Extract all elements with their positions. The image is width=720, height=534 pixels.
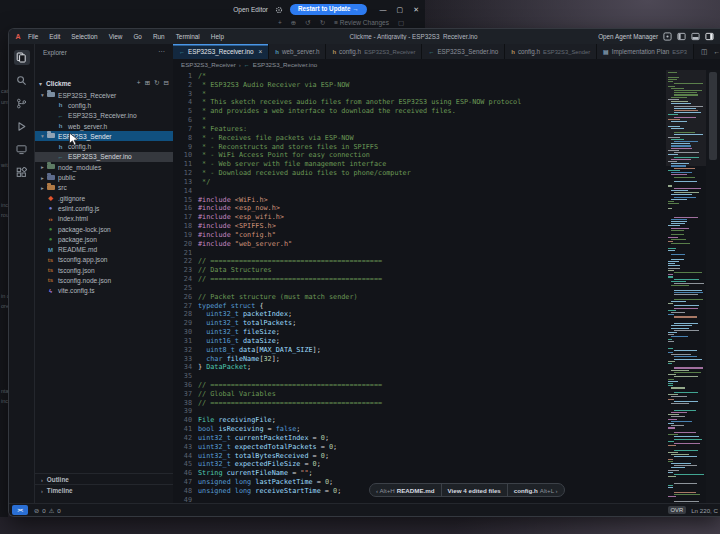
menu-go[interactable]: Go bbox=[128, 33, 147, 40]
activity-search-icon[interactable] bbox=[14, 73, 30, 88]
code-editor[interactable]: 1/*2 * ESP32S3 Audio Receiver via ESP-NO… bbox=[173, 70, 720, 504]
nav-back-icon[interactable]: ← bbox=[713, 48, 720, 55]
tree-item-eslint-config-js[interactable]: ●eslint.config.js bbox=[35, 203, 173, 213]
minimap-line bbox=[668, 399, 674, 400]
breadcrumb-folder[interactable]: ESP32S3_Receiver bbox=[181, 61, 236, 68]
tree-item-web-server-h[interactable]: hweb_server.h bbox=[35, 121, 173, 131]
layout-panel-icon[interactable] bbox=[691, 32, 700, 41]
tree-item-config-h[interactable]: hconfig.h bbox=[35, 100, 173, 110]
code-line: 39 bbox=[173, 407, 660, 416]
tree-item-tsconfig-node-json[interactable]: tstsconfig.node.json bbox=[35, 275, 173, 285]
refresh-icon[interactable]: ↻ bbox=[154, 79, 159, 87]
tree-item-node-modules[interactable]: ▸node_modules bbox=[35, 162, 173, 172]
remote-indicator[interactable]: >< bbox=[12, 505, 28, 515]
collapse-all-icon[interactable]: ⊟ bbox=[164, 79, 169, 87]
pill-back-button[interactable]: ‹ Alt+H README.md bbox=[370, 484, 442, 496]
open-editor-label[interactable]: Open Editor bbox=[233, 6, 268, 13]
tab-implementation-plan[interactable]: ▤Implementation PlanESP3 bbox=[597, 44, 694, 59]
vertical-scrollbar[interactable] bbox=[706, 70, 720, 504]
bg-toolbar-item[interactable]: ↺ bbox=[305, 19, 310, 27]
tree-item-readme-md[interactable]: MREADME.md bbox=[35, 244, 173, 254]
tree-item-public[interactable]: ▸public bbox=[35, 172, 173, 182]
maximize-button[interactable]: ▢ bbox=[397, 6, 404, 14]
tab-config-h[interactable]: hconfig.hESP32S3_Sender bbox=[505, 44, 597, 59]
activity-extensions-icon[interactable] bbox=[14, 165, 30, 180]
open-agent-manager-button[interactable]: Open Agent Manager bbox=[598, 33, 658, 40]
tree-item-esp32s3-sender-ino[interactable]: ←ESP32S3_Sender.ino bbox=[35, 152, 173, 162]
breadcrumb-file[interactable]: ESP32S3_Receiver.ino bbox=[253, 61, 317, 68]
activity-remote-explorer-icon[interactable] bbox=[14, 142, 30, 157]
close-tab-icon[interactable]: × bbox=[258, 48, 262, 55]
tree-item-tsconfig-json[interactable]: tstsconfig.json bbox=[35, 265, 173, 275]
background-window-titlebar: Open Editor Restart to Update → — ▢ ✕ bbox=[0, 0, 425, 19]
tree-item-config-h[interactable]: hconfig.h bbox=[35, 141, 173, 151]
tree-item-package-json[interactable]: ●package.json bbox=[35, 234, 173, 244]
bg-toolbar-item[interactable]: ▢ bbox=[398, 19, 404, 27]
bg-toolbar-item[interactable]: + bbox=[278, 19, 282, 26]
menu-edit[interactable]: Edit bbox=[44, 33, 65, 40]
new-folder-icon[interactable]: ⊞ bbox=[145, 79, 150, 87]
restart-to-update-button[interactable]: Restart to Update → bbox=[290, 4, 367, 14]
code-line: 37// Global Variables bbox=[173, 390, 660, 399]
pill-forward-button[interactable]: config.h Alt+L › bbox=[508, 484, 564, 496]
explorer-more-icon[interactable]: ⋯ bbox=[158, 48, 165, 56]
timeline-section[interactable]: › Timeline bbox=[35, 484, 173, 496]
minimap[interactable] bbox=[666, 70, 706, 504]
layout-sidebar-right-icon[interactable] bbox=[705, 32, 714, 41]
menu-selection[interactable]: Selection bbox=[66, 33, 102, 40]
minimap-line bbox=[671, 234, 684, 235]
menu-help[interactable]: Help bbox=[206, 33, 229, 40]
problems-indicator[interactable]: ⊘ 0 ⚠ 0 bbox=[34, 507, 61, 514]
code-token: DataPacket bbox=[206, 363, 247, 371]
activity-source-control-icon[interactable] bbox=[14, 96, 30, 111]
tree-item-esp32s3-receiver[interactable]: ▾ESP32S3_Receiver bbox=[35, 90, 173, 100]
bg-toolbar-item[interactable]: ≡ Review Changes bbox=[334, 19, 389, 26]
minimap-line bbox=[668, 77, 679, 78]
menu-file[interactable]: File bbox=[23, 33, 43, 40]
code-token: uint32_t bbox=[206, 328, 239, 336]
tab-config-h[interactable]: hconfig.hESP32S3_Receiver bbox=[326, 44, 422, 59]
tab-esp32s3-sender-ino[interactable]: ←ESP32S3_Sender.ino bbox=[422, 44, 505, 59]
close-button[interactable]: ✕ bbox=[413, 6, 419, 14]
gear-icon[interactable] bbox=[275, 6, 283, 14]
view-edited-files-button[interactable]: View 4 edited files bbox=[442, 484, 508, 496]
menu-terminal[interactable]: Terminal bbox=[171, 33, 205, 40]
scrollbar-thumb[interactable] bbox=[709, 72, 717, 160]
minimap-line bbox=[668, 86, 675, 87]
bg-toolbar-item[interactable]: ↻ bbox=[320, 19, 325, 27]
tree-item-src[interactable]: ▸src bbox=[35, 183, 173, 193]
cursor-position[interactable]: Ln 220, C bbox=[691, 507, 718, 514]
breadcrumb[interactable]: ESP32S3_Receiver › ← ESP32S3_Receiver.in… bbox=[173, 59, 720, 70]
workspace-section-header[interactable]: ▾ Clickme +⊞↻⊟ bbox=[35, 77, 173, 89]
tree-item-vite-config-ts[interactable]: ϟvite.config.ts bbox=[35, 286, 173, 296]
split-editor-icon[interactable]: ◫ bbox=[701, 48, 707, 56]
tree-item-index-html[interactable]: ‹›index.html bbox=[35, 214, 173, 224]
tree-item-package-lock-json[interactable]: ●package-lock.json bbox=[35, 224, 173, 234]
agent-manager-icon[interactable] bbox=[663, 32, 672, 41]
layout-sidebar-left-icon[interactable] bbox=[677, 32, 686, 41]
edge-text-fragment: incl bbox=[1, 202, 8, 208]
error-count: 0 bbox=[42, 507, 45, 514]
minimize-button[interactable]: — bbox=[380, 6, 387, 13]
code-token: * - Reconstructs and stores files in SPI… bbox=[198, 143, 378, 151]
folder-icon bbox=[46, 185, 55, 191]
overtype-badge[interactable]: OVR bbox=[668, 506, 687, 514]
app-logo-icon[interactable]: A bbox=[13, 33, 23, 40]
bg-toolbar-item[interactable]: ⊕ bbox=[291, 19, 296, 27]
code-token: uint32_t bbox=[206, 319, 239, 327]
menu-run[interactable]: Run bbox=[148, 33, 170, 40]
menu-view[interactable]: View bbox=[104, 33, 128, 40]
tree-item-esp32s3-sender[interactable]: ▾ESP32S3_Sender bbox=[35, 131, 173, 141]
new-file-icon[interactable]: + bbox=[137, 79, 141, 87]
activity-explorer-icon[interactable] bbox=[14, 50, 30, 65]
tab-web-server-h[interactable]: hweb_server.h bbox=[269, 44, 326, 59]
minimap-line bbox=[674, 450, 698, 451]
tree-item--gitignore[interactable]: ◆.gitignore bbox=[35, 193, 173, 203]
file-name: config.h bbox=[68, 102, 91, 109]
code-token: #include bbox=[198, 222, 231, 230]
tab-esp32s3-receiver-ino[interactable]: ←ESP32S3_Receiver.ino× bbox=[173, 44, 269, 59]
line-number: 45 bbox=[173, 460, 198, 469]
activity-run-debug-icon[interactable] bbox=[14, 119, 30, 134]
tree-item-esp32s3-receiver-ino[interactable]: ←ESP32S3_Receiver.ino bbox=[35, 111, 173, 121]
tree-item-tsconfig-app-json[interactable]: tstsconfig.app.json bbox=[35, 255, 173, 265]
